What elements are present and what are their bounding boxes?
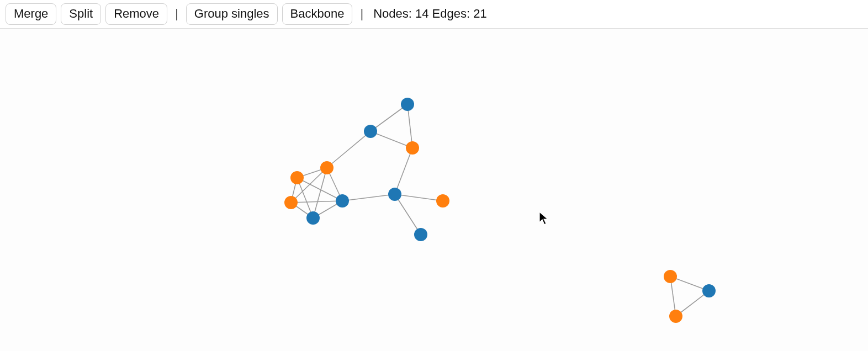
graph-node[interactable] — [414, 228, 427, 241]
backbone-button[interactable]: Backbone — [282, 3, 353, 25]
edges-label: Edges: — [432, 7, 470, 20]
graph-node[interactable] — [336, 194, 349, 208]
toolbar-separator: | — [172, 7, 182, 21]
graph-edge[interactable] — [297, 178, 342, 201]
graph-node[interactable] — [436, 194, 449, 208]
graph-node[interactable] — [306, 211, 320, 225]
graph-canvas[interactable] — [0, 29, 868, 351]
graph-edge[interactable] — [327, 131, 371, 168]
graph-stats: Nodes: 14 Edges: 21 — [371, 7, 487, 21]
nodes-label: Nodes: — [373, 7, 412, 20]
graph-node[interactable] — [388, 188, 401, 201]
graph-svg[interactable] — [0, 29, 868, 351]
graph-node[interactable] — [664, 270, 677, 283]
graph-node[interactable] — [669, 310, 682, 323]
graph-edge[interactable] — [342, 194, 395, 201]
split-button[interactable]: Split — [61, 3, 101, 25]
toolbar: Merge Split Remove | Group singles Backb… — [0, 0, 868, 29]
graph-node[interactable] — [290, 171, 304, 184]
group-singles-button[interactable]: Group singles — [186, 3, 278, 25]
graph-node[interactable] — [401, 98, 414, 111]
graph-node[interactable] — [364, 125, 377, 138]
toolbar-separator-2: | — [357, 7, 367, 21]
merge-button[interactable]: Merge — [6, 3, 56, 25]
graph-edge[interactable] — [291, 201, 342, 203]
graph-edge[interactable] — [395, 194, 443, 201]
graph-node[interactable] — [702, 284, 716, 297]
graph-edge[interactable] — [371, 104, 407, 131]
edges-count: 21 — [473, 7, 486, 20]
remove-button[interactable]: Remove — [105, 3, 167, 25]
graph-edge[interactable] — [313, 168, 327, 218]
graph-edge[interactable] — [395, 194, 421, 235]
graph-node[interactable] — [284, 196, 298, 209]
nodes-count: 14 — [415, 7, 428, 20]
graph-node[interactable] — [406, 141, 419, 155]
graph-node[interactable] — [320, 161, 334, 174]
graph-edge[interactable] — [395, 148, 412, 194]
graph-edge[interactable] — [371, 131, 412, 148]
